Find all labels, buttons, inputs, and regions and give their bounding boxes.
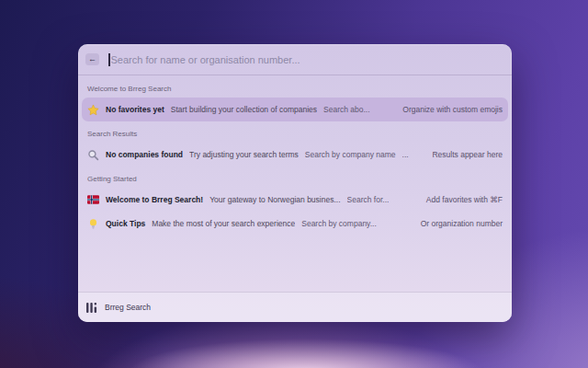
magnifier-icon (87, 149, 99, 161)
section-label: Welcome to Brreg Search (82, 84, 508, 95)
brreg-search-window: ← Welcome to Brreg SearchNo favorites ye… (78, 44, 512, 322)
item-accessory: Search abo... (323, 105, 370, 114)
section: Getting StartedWelcome to Brreg Search!Y… (82, 174, 508, 236)
footer-app-name: Brreg Search (105, 303, 151, 312)
item-title: Welcome to Brreg Search! (106, 195, 203, 204)
list-item[interactable]: Quick TipsMake the most of your search e… (82, 212, 508, 236)
item-title: No favorites yet (106, 105, 164, 114)
item-accessory: Search by company name (305, 150, 396, 159)
item-subtitle: Try adjusting your search terms (189, 150, 299, 159)
footer-bar: Brreg Search (78, 292, 512, 322)
back-button[interactable]: ← (85, 53, 99, 65)
results-list: Welcome to Brreg SearchNo favorites yetS… (78, 75, 512, 292)
section-label: Getting Started (82, 174, 508, 185)
item-accessory: ... (402, 150, 409, 159)
item-title: Quick Tips (106, 219, 145, 228)
norway-flag-icon (87, 194, 99, 206)
section: Welcome to Brreg SearchNo favorites yetS… (82, 84, 508, 121)
desktop-wallpaper: ← Welcome to Brreg SearchNo favorites ye… (0, 0, 588, 368)
item-right-accessory: Results appear here (432, 150, 503, 159)
item-subtitle: Start building your collection of compan… (171, 105, 317, 114)
list-item[interactable]: No favorites yetStart building your coll… (82, 98, 508, 121)
text-cursor (108, 53, 110, 66)
item-subtitle: Your gateway to Norwegian busines... (209, 195, 340, 204)
list-item[interactable]: Welcome to Brreg Search!Your gateway to … (82, 188, 508, 212)
section: Search ResultsNo companies foundTry adju… (82, 129, 508, 167)
item-right-accessory: Organize with custom emojis (402, 105, 503, 114)
item-accessory: Search by company... (301, 219, 377, 228)
item-right-accessory: Or organization number (421, 219, 503, 228)
search-input[interactable] (111, 54, 505, 65)
item-subtitle: Make the most of your search experience (152, 219, 295, 228)
item-accessory: Search for... (347, 195, 390, 204)
brreg-logo-icon (86, 302, 97, 313)
bulb-icon (87, 218, 99, 230)
list-item[interactable]: No companies foundTry adjusting your sea… (82, 143, 508, 167)
section-label: Search Results (82, 129, 508, 140)
item-title: No companies found (106, 150, 183, 159)
search-bar: ← (78, 44, 512, 75)
star-icon (87, 104, 99, 116)
item-right-accessory: Add favorites with ⌘F (426, 195, 503, 204)
